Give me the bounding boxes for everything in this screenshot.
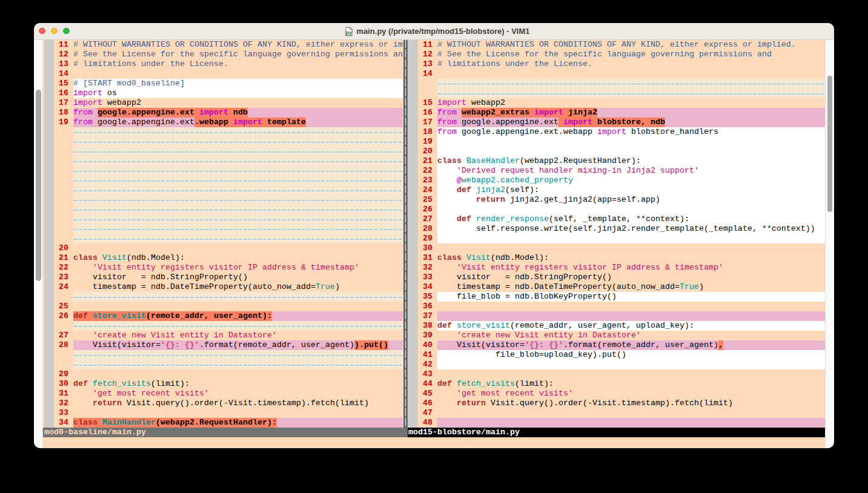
- svg-text:py: py: [346, 29, 352, 35]
